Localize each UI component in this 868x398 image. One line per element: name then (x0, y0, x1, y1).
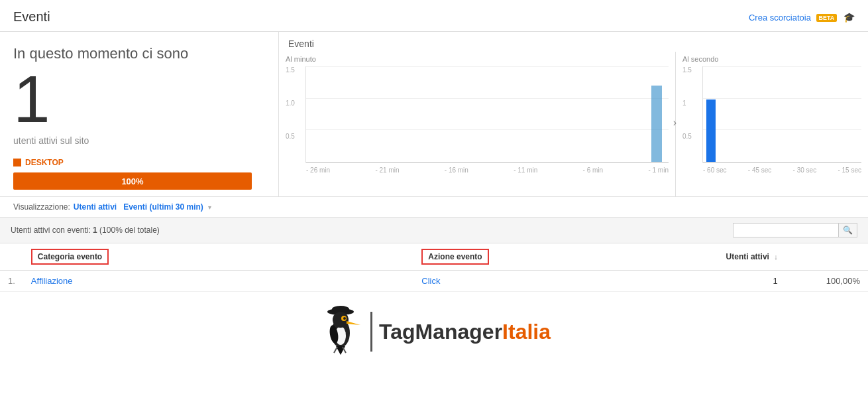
chart-per-minute: Al minuto 1.5 1.0 0.5 (279, 52, 676, 196)
search-input[interactable] (733, 223, 839, 237)
per-second-label: Al secondo (682, 55, 861, 63)
table-header-bar: Utenti attivi con eventi: 1 (100% del to… (0, 218, 868, 243)
subtitle-text: In questo momento ci sono (13, 45, 265, 62)
categoria-link[interactable]: Affiliazione (31, 276, 73, 286)
x-axis-second: - 60 sec - 45 sec - 30 sec - 15 sec (703, 166, 861, 174)
y-axis-second: 1.5 1 0.5 (682, 66, 692, 179)
chart-grid-second: - 60 sec - 45 sec - 30 sec - 15 sec (702, 66, 861, 163)
row-pct: 100,00% (786, 271, 868, 292)
chart-inner-minute: 1.5 1.0 0.5 - 26 min - (286, 66, 669, 179)
left-panel: In questo momento ci sono 1 utenti attiv… (0, 32, 278, 196)
row-utenti: 1 (674, 271, 785, 292)
row-azione: Click (413, 271, 674, 292)
chart-inner-second: 1.5 1 0.5 - 60 sec - 4 (682, 66, 861, 179)
charts-row: Al minuto 1.5 1.0 0.5 (279, 52, 868, 196)
chart-area: Eventi Al minuto 1.5 1.0 0.5 (278, 32, 868, 196)
shortcut-area: Crea scorciatoia BETA 🎓 (749, 12, 855, 23)
crea-scorciatoia-link[interactable]: Crea scorciatoia BETA 🎓 (749, 13, 855, 23)
col-azione-header: Azione evento (413, 243, 674, 271)
chart-per-second: Al secondo 1.5 1 0.5 (676, 52, 868, 196)
row-num: 1. (0, 271, 23, 292)
sort-icon: ↓ (774, 253, 778, 261)
tab-utenti-attivi[interactable]: Utenti attivi (74, 202, 117, 212)
main-content: In questo momento ci sono 1 utenti attiv… (0, 32, 868, 196)
bird-svg (317, 305, 364, 358)
device-label: DESKTOP (13, 158, 265, 167)
chart-grid-minute: - 26 min - 21 min - 16 min - 11 min - 6 … (305, 66, 669, 163)
view-label: Visualizzazione: (13, 202, 70, 212)
logo-text-black: TagManager (379, 320, 502, 344)
col-num-header (0, 243, 23, 271)
view-tabs-bar: Visualizzazione: Utenti attivi Eventi (u… (0, 196, 868, 217)
col-pct-header (786, 243, 868, 271)
svg-marker-8 (347, 321, 360, 325)
search-area: 🔍 (733, 223, 857, 237)
logo-divider (370, 312, 372, 352)
progress-bar-container: 100% (13, 172, 252, 190)
active-users-label: utenti attivi sul sito (13, 135, 265, 146)
data-table: Categoria evento Azione evento Utenti at… (0, 243, 868, 292)
svg-line-11 (334, 347, 337, 353)
table-header-row: Categoria evento Azione evento Utenti at… (0, 243, 868, 271)
table-section: Utenti attivi con eventi: 1 (100% del to… (0, 217, 868, 292)
logo-text: TagManagerItalia (379, 320, 551, 344)
logo-area: TagManagerItalia (0, 292, 868, 365)
page-header: Eventi Crea scorciatoia BETA 🎓 (0, 0, 868, 32)
search-button[interactable]: 🔍 (839, 223, 857, 237)
svg-point-2 (332, 306, 349, 312)
table-count: 1 (93, 226, 97, 235)
active-users-count: 1 (13, 66, 265, 132)
x-axis-minute: - 26 min - 21 min - 16 min - 11 min - 6 … (306, 166, 669, 174)
logo-text-orange: Italia (502, 320, 551, 344)
graduation-icon: 🎓 (843, 12, 855, 23)
expand-arrow[interactable]: › (673, 117, 677, 129)
chart-bar-spike (651, 86, 662, 162)
azione-link[interactable]: Click (421, 276, 440, 286)
y-axis-minute: 1.5 1.0 0.5 (286, 66, 295, 179)
col-utenti-header: Utenti attivi ↓ (674, 243, 785, 271)
progress-bar-fill: 100% (13, 172, 252, 190)
table-row: 1. Affiliazione Click 1 100,00% (0, 271, 868, 292)
svg-point-7 (343, 317, 346, 320)
page-title: Eventi (13, 9, 50, 25)
chevron-down-icon: ▾ (208, 204, 211, 211)
per-minute-label: Al minuto (286, 55, 669, 63)
beta-badge: BETA (816, 14, 838, 22)
row-categoria: Affiliazione (23, 271, 414, 292)
chart-title: Eventi (279, 32, 868, 52)
tab-eventi[interactable]: Eventi (ultimi 30 min) (123, 202, 203, 212)
table-summary: Utenti attivi con eventi: 1 (100% del to… (11, 226, 160, 235)
device-color-indicator (13, 159, 21, 166)
col-categoria-header: Categoria evento (23, 243, 414, 271)
chart-bar-second (706, 100, 716, 162)
brand-logo: TagManagerItalia (317, 305, 551, 358)
